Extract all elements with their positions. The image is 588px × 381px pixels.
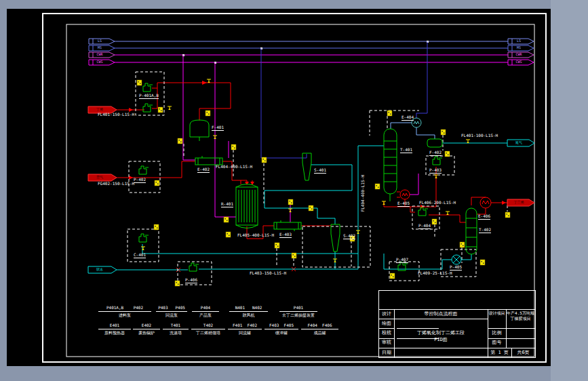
tag-e404: E-404 [401, 115, 414, 121]
tag-t402: T-402 [479, 228, 491, 233]
tag-f402: F-402 [429, 151, 442, 156]
legend-cell: T401 洗涤塔 [163, 323, 189, 336]
pipe-label-fl404-400: FL404-400-L1S-H [216, 165, 252, 169]
tag-p403: P-403 [429, 168, 442, 174]
legend-cell: E402 废热锅炉 [133, 323, 160, 336]
side-panel [551, 0, 588, 381]
tag-p401: P-401A,B [139, 94, 159, 99]
util-left-4: CWS [90, 60, 110, 64]
tb-row-date: 日期 [379, 350, 394, 355]
tb-scale-label: 比例 [488, 330, 506, 336]
legend-tag: P401A,B P402 [98, 305, 151, 312]
tb-page: 第 1 页 [488, 350, 511, 355]
legend-cell: F404 F406 成品罐 [301, 323, 338, 336]
tb-project-name: 年产4.5万吨顺丁橡胶项目 [507, 310, 534, 321]
tb-row-review: 审核 [379, 340, 394, 345]
tb-dwgno-label: 图号 [488, 340, 506, 345]
legend-cell: P401 去丁二烯抽提装置 [279, 305, 317, 318]
legend-cell: P401A,B P402 进料泵 [98, 305, 151, 318]
feed2-label: 空气 [90, 176, 110, 179]
tb-drawing-title-2: PID图 [394, 337, 488, 342]
product-label: 丁二烯 [509, 201, 529, 204]
tb-row-draw: 绘图 [379, 321, 394, 326]
tb-pages: 共6页 [511, 350, 535, 355]
legend-cell: E401 原料预热器 [98, 323, 131, 336]
tb-project-label: 设计项目 [488, 310, 506, 316]
tb-drawing-title-1: 丁烯氧化制丁二烯工段 [394, 330, 488, 336]
pipe-label-fl401-150: FL401-150-L1S-H [98, 113, 134, 117]
pipe-label-fl403-150: FL403-150-L1S-H [250, 271, 286, 276]
tag-s402: S-402 [343, 234, 355, 239]
tag-p404: P-404 [418, 224, 431, 229]
pipe-label-fl401-100: FL401-100-L1S-H [461, 134, 498, 138]
util-right-1: LS [509, 39, 529, 43]
tag-e402: E-402 [197, 167, 210, 173]
tag-e403: E-403 [279, 233, 292, 238]
legend-cell: F403 F405 缓冲罐 [264, 323, 298, 336]
pipe-label-fg402-150: FG402-150-L1S-H [98, 182, 134, 186]
title-block: 设计 绘图 校核 审核 日期 带控制点流程图 丁烯氧化制丁二烯工段 PID图 设… [378, 290, 536, 358]
tail-gas-label: 尾气 [509, 141, 529, 144]
util-right-2: MS [509, 46, 529, 49]
cad-viewport: { "app": { "background": "#8A96AB", "sid… [0, 0, 588, 381]
tag-p406: P-406 [185, 278, 197, 283]
tag-e405: E-405 [397, 201, 410, 207]
tag-p402: P-402 [134, 178, 146, 183]
util-right-3: CWR [509, 53, 529, 56]
tb-drawing-type: 带控制点流程图 [394, 311, 488, 317]
water-label: 软水 [90, 268, 110, 271]
tag-t401: T-401 [400, 148, 412, 153]
pipe-label-fl409-25: FL409-25-L1S-H [418, 271, 452, 276]
legend-cell: T402 丁二烯精馏塔 [191, 323, 225, 336]
legend-cell: F401 F402 回流罐 [228, 323, 262, 336]
util-left-1: LS [90, 39, 110, 43]
legend-cell: N401 N402 鼓风机 [229, 305, 268, 318]
pipe-label-fl406-200: FL406-200-L1S-H [419, 201, 456, 205]
legend-cell: P403 P405 回流泵 [156, 305, 187, 318]
pipe-label-fl405-400: FL405-400-L1S-H [237, 233, 274, 238]
util-left-3: CWR [90, 53, 110, 56]
pipe-label-fl404-vertical: FL404-400-L1S-H [361, 169, 366, 217]
tb-row-check: 校核 [379, 330, 394, 336]
tag-s401: S-401 [314, 168, 326, 174]
tag-c401: C-401 [134, 253, 146, 258]
tag-f401: F-401 [212, 125, 224, 131]
util-left-2: MS [90, 46, 110, 49]
tag-p405: P-405 [450, 265, 462, 270]
tb-row-design: 设计 [379, 311, 394, 317]
util-right-4: CWS [509, 60, 529, 64]
tag-p407: P-407 [396, 258, 408, 263]
tag-r401: R-401 [221, 202, 233, 207]
legend-cell: P404 产品泵 [192, 305, 219, 318]
feed1-label: 丁烯 [90, 108, 110, 111]
tag-e406: E-406 [478, 214, 490, 220]
legend-name: 进料泵 [98, 312, 151, 318]
